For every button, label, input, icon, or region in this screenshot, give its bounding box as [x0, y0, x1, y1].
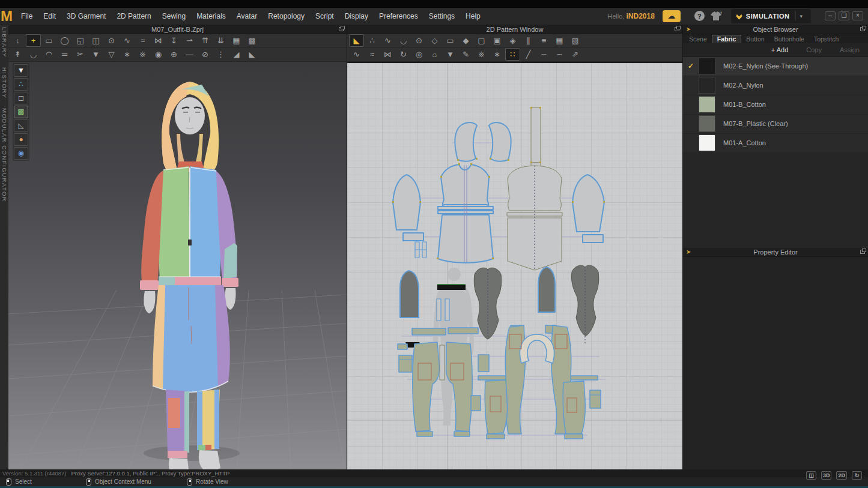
menu-sewing[interactable]: Sewing	[157, 12, 191, 20]
show-environment-icon[interactable]: ◉	[14, 147, 28, 160]
mn-sewing-2d-icon[interactable]: ⋈	[380, 48, 395, 61]
fold-angle-icon[interactable]: ◢	[229, 48, 244, 61]
menu-2d-pattern[interactable]: 2D Pattern	[111, 12, 156, 20]
tape-attach-icon[interactable]: ◡	[26, 48, 41, 61]
show-3d-grid-icon[interactable]: ▦	[229, 34, 244, 47]
tack-on-avatar-icon[interactable]: ⇀	[182, 34, 197, 47]
popout-2d-icon[interactable]	[675, 27, 679, 31]
rail-tab-modular-configurator[interactable]: MODULAR CONFIGURATOR	[1, 108, 8, 202]
trace-icon[interactable]: ▢	[474, 34, 489, 47]
help-icon[interactable]: ?	[694, 11, 705, 21]
dart-shield-icon[interactable]: ◈	[505, 34, 520, 47]
tab-scene[interactable]: Scene	[684, 35, 712, 43]
restore-button[interactable]: ❏	[839, 11, 849, 20]
add-fabric-button[interactable]: + Add	[771, 46, 788, 53]
edit-curve-point-icon[interactable]: ◡	[396, 34, 411, 47]
grainline-icon[interactable]: ⇗	[568, 48, 583, 61]
fold-arrangement-icon[interactable]: ⇈	[198, 34, 213, 47]
tape-detach-icon[interactable]: ◠	[41, 48, 56, 61]
pattern-canvas-2d[interactable]	[347, 62, 682, 469]
fabric-item-m01-b-cotton[interactable]: ✓ M01-B_Cotton	[683, 95, 868, 115]
select-mesh-icon[interactable]: ▭	[41, 34, 56, 47]
mn-sewing-icon[interactable]: ⋈	[151, 34, 166, 47]
fabric-item-m02-e-nylon-see-through[interactable]: ✓ M02-E_Nylon (See-Through)	[683, 57, 868, 76]
zipper-icon[interactable]: ⋮	[213, 48, 228, 61]
zipper-lock-icon[interactable]: ⊘	[198, 48, 213, 61]
pin-icon-property-editor[interactable]: ➤	[686, 249, 691, 255]
menu-display[interactable]: Display	[339, 12, 374, 20]
reset-arrangement-icon[interactable]: ⇊	[213, 34, 228, 47]
pin-lasso-icon[interactable]: ⊙	[104, 34, 119, 47]
pattern-image-icon[interactable]: ▣	[490, 34, 505, 47]
3d-view-button[interactable]: 3D	[821, 471, 832, 480]
free-sewing-icon[interactable]: ≈	[135, 34, 150, 47]
menu-help[interactable]: Help	[460, 12, 486, 20]
pleats-icon[interactable]: ∥	[521, 34, 536, 47]
assign-fabric-button[interactable]: Assign	[840, 46, 860, 53]
popout-property-editor-icon[interactable]	[860, 250, 865, 254]
textured-surface-icon[interactable]: ▩	[14, 106, 28, 118]
shrinkage-icon[interactable]: ▼	[443, 48, 458, 61]
segment-sewing-2d-icon[interactable]: ∿	[349, 48, 364, 61]
show-garment-icon[interactable]: ▼	[14, 64, 28, 77]
split-view-button[interactable]: ◫	[806, 471, 816, 480]
menu-retopology[interactable]: Retopology	[263, 12, 310, 20]
edit-sewing-icon[interactable]: ↻	[396, 48, 411, 61]
edit-pattern-icon[interactable]: ∴	[365, 34, 380, 47]
rail-tab-library[interactable]: LIBRARY	[1, 27, 8, 58]
simulation-dropdown-caret[interactable]: ▾	[795, 11, 806, 21]
viewport-3d[interactable]: ▼∴◻▩◺●◉	[8, 62, 347, 469]
cloud-icon[interactable]: ☁	[663, 10, 681, 22]
buttonhole-icon[interactable]: ⊕	[166, 48, 181, 61]
menu-edit[interactable]: Edit	[38, 12, 61, 20]
select-move-icon[interactable]: +	[26, 34, 41, 47]
check-sewing-icon[interactable]: ◎	[411, 48, 426, 61]
tab-fabric[interactable]: Fabric	[712, 35, 742, 43]
fabric-pen-icon[interactable]: ✎	[458, 48, 473, 61]
menu-script[interactable]: Script	[310, 12, 339, 20]
trim-scissors-icon[interactable]: ✂	[73, 48, 88, 61]
measure-tape-icon[interactable]: ═	[57, 48, 72, 61]
show-avatar-icon[interactable]: ●	[14, 133, 28, 146]
monochrome-surface-icon[interactable]: ◺	[14, 119, 28, 132]
popout-object-browser-icon[interactable]	[860, 27, 865, 31]
fabric-item-m02-a-nylon[interactable]: ✓ M02-A_Nylon	[683, 76, 868, 95]
button-place-icon[interactable]: ◉	[151, 48, 166, 61]
simulate-icon[interactable]: ↓	[10, 34, 25, 47]
transform-feature-icon[interactable]: ◱	[73, 34, 88, 47]
menu-file[interactable]: File	[16, 12, 38, 20]
show-stitches-icon[interactable]: ∴	[14, 78, 28, 91]
segment-sewing-icon[interactable]: ∿	[120, 34, 135, 47]
pleats-fold-icon[interactable]: ≡	[536, 34, 551, 47]
print-layout-2d-icon[interactable]: ※	[474, 48, 489, 61]
tab-buttonhole[interactable]: Buttonhole	[769, 35, 809, 43]
rectangle-icon[interactable]: ▭	[443, 34, 458, 47]
fold-strength-icon[interactable]: ◣	[244, 48, 259, 61]
pin-icon[interactable]: ➤	[686, 26, 691, 32]
show-avatar-mesh-icon[interactable]: ◻	[14, 92, 28, 104]
pin-icon[interactable]: ↧	[166, 34, 181, 47]
show-2d-grid-icon[interactable]: ▦	[552, 34, 567, 47]
print-layout-icon[interactable]: ∗	[120, 48, 135, 61]
show-3d-mesh-icon[interactable]: ▩	[244, 34, 259, 47]
polygon-icon[interactable]: ◇	[427, 34, 442, 47]
tack-line-icon[interactable]: —	[182, 48, 197, 61]
elastic-icon[interactable]: ∼	[552, 48, 567, 61]
select-lasso-icon[interactable]: ◯	[57, 34, 72, 47]
menu-avatar[interactable]: Avatar	[231, 12, 263, 20]
copy-fabric-button[interactable]: Copy	[806, 46, 822, 53]
dart-icon[interactable]: ◆	[458, 34, 473, 47]
pin-box-icon[interactable]: ◫	[88, 34, 103, 47]
iron-icon[interactable]: ⌂	[427, 48, 442, 61]
minimize-button[interactable]: –	[825, 11, 836, 20]
shrink-garment-icon[interactable]: ▽	[104, 48, 119, 61]
menu-3d-garment[interactable]: 3D Garment	[61, 12, 111, 20]
menu-materials[interactable]: Materials	[191, 12, 231, 20]
avatar-pose-icon[interactable]: ↟	[10, 48, 25, 61]
tab-topstitch[interactable]: Topstitch	[809, 35, 843, 43]
menu-settings[interactable]: Settings	[423, 12, 460, 20]
edit-curvature-icon[interactable]: ∿	[380, 34, 395, 47]
fit-garment-icon[interactable]: ▼	[88, 48, 103, 61]
baseline-icon[interactable]: ╱	[521, 48, 536, 61]
popout-3d-icon[interactable]	[339, 27, 344, 31]
